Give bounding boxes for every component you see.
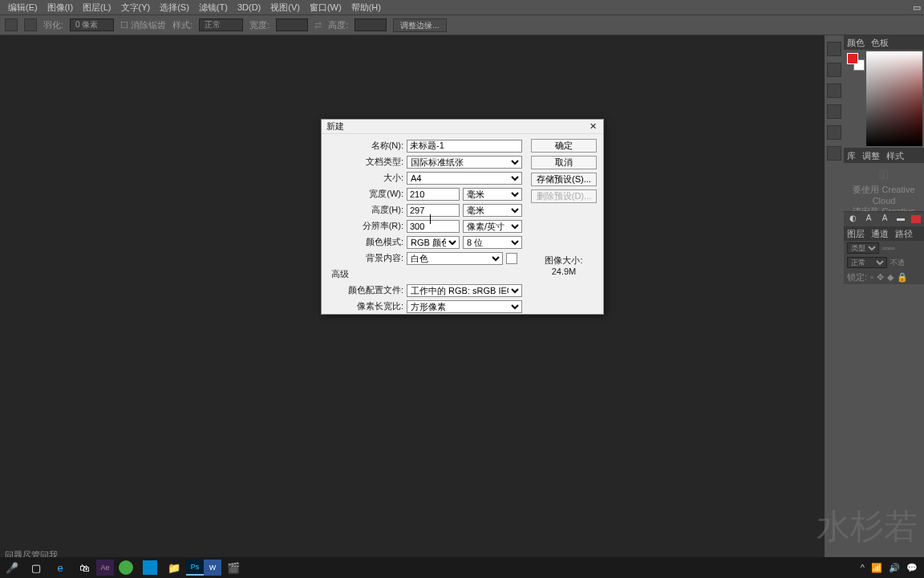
- app-icon-2[interactable]: [138, 557, 162, 578]
- tab-channels[interactable]: 通道: [871, 228, 889, 240]
- adj-icon-2[interactable]: A: [863, 214, 874, 225]
- ae-icon[interactable]: Ae: [96, 560, 114, 576]
- menu-layer[interactable]: 图层(L): [78, 0, 116, 15]
- resolution-input[interactable]: [407, 220, 460, 233]
- tab-adjustments[interactable]: 调整: [862, 150, 880, 162]
- dialog-title: 新建: [326, 120, 344, 132]
- width-input[interactable]: [407, 188, 460, 201]
- save-preset-button[interactable]: 存储预设(S)...: [531, 173, 597, 186]
- dock-strip: [825, 35, 844, 559]
- word-icon[interactable]: W: [204, 560, 221, 576]
- colormode-select[interactable]: RGB 颜色: [407, 236, 460, 249]
- edge-icon[interactable]: e: [48, 557, 72, 578]
- layer-kind-select[interactable]: 类型: [847, 242, 879, 254]
- height-input[interactable]: [407, 204, 460, 217]
- height-unit-select[interactable]: 毫米: [463, 204, 522, 217]
- menu-window[interactable]: 窗口(W): [305, 0, 346, 15]
- properties-icon[interactable]: [827, 63, 841, 77]
- adjustment-icons: ◐ A A ▬: [844, 212, 924, 226]
- menu-text[interactable]: 文字(Y): [116, 0, 156, 15]
- cancel-button[interactable]: 取消: [531, 156, 597, 169]
- tab-swatches[interactable]: 色板: [871, 37, 889, 49]
- right-panel-dock: 颜色 色板 库 调整 样式 ☁⃠ 要使用 Creative Cloud 请安装 …: [825, 35, 924, 559]
- antialias-checkbox[interactable]: ☐ 消除锯齿: [120, 19, 166, 31]
- menu-select[interactable]: 选择(S): [155, 0, 194, 15]
- layer-filter-row: 类型 ▫▫▫▫: [844, 241, 924, 255]
- width-unit-select[interactable]: 毫米: [463, 188, 522, 201]
- adj-icon-5[interactable]: [911, 215, 921, 223]
- adj-icon-4[interactable]: ▬: [895, 214, 906, 225]
- lock-label: 锁定:: [847, 271, 867, 283]
- style-select[interactable]: [199, 18, 243, 31]
- advanced-header[interactable]: 高级: [328, 268, 526, 280]
- menu-help[interactable]: 帮助(H): [346, 0, 386, 15]
- paragraph-icon[interactable]: [827, 104, 841, 119]
- app-icon-1[interactable]: [114, 557, 138, 578]
- notifications-icon[interactable]: 💬: [906, 563, 918, 573]
- size-select[interactable]: A4: [407, 172, 522, 185]
- opacity-label: 不透: [890, 258, 905, 268]
- resolution-unit-select[interactable]: 像素/英寸: [463, 220, 522, 233]
- tab-styles[interactable]: 样式: [886, 150, 904, 162]
- cortana-icon[interactable]: 🎤: [0, 557, 24, 578]
- tool-icon[interactable]: [5, 18, 18, 31]
- taskview-icon[interactable]: ▢: [24, 557, 48, 578]
- profile-select[interactable]: 工作中的 RGB: sRGB IEC619...: [407, 284, 522, 297]
- cloud-icon: ☁⃠: [845, 168, 922, 182]
- bg-color-swatch[interactable]: [506, 253, 517, 264]
- lock-pixel-icon[interactable]: ◆: [887, 272, 894, 283]
- lock-icon[interactable]: ▫: [870, 272, 873, 282]
- adj-icon-3[interactable]: A: [879, 214, 890, 225]
- color-picker-field[interactable]: [866, 51, 922, 146]
- dialog-titlebar: 新建 ✕: [322, 120, 603, 134]
- menu-filter[interactable]: 滤镜(T): [194, 0, 233, 15]
- height-label: 高度:: [328, 19, 348, 31]
- width-label: 宽度:: [249, 19, 270, 31]
- size-label: 大小:: [328, 172, 407, 184]
- tray-up-icon[interactable]: ^: [861, 563, 865, 572]
- ok-button[interactable]: 确定: [531, 139, 597, 153]
- cc-text-1: 要使用 Creative Cloud: [845, 184, 922, 206]
- width-input[interactable]: [276, 18, 308, 31]
- menu-3d[interactable]: 3D(D): [233, 1, 265, 14]
- tab-library[interactable]: 库: [847, 150, 856, 162]
- color-swatch[interactable]: [847, 53, 865, 71]
- profile-label: 颜色配置文件:: [328, 284, 407, 296]
- feather-input[interactable]: [70, 18, 114, 31]
- style-label: 样式:: [172, 19, 192, 31]
- blend-mode-select[interactable]: 正常: [847, 257, 887, 268]
- volume-icon[interactable]: 🔊: [889, 563, 900, 573]
- close-icon[interactable]: ✕: [587, 121, 598, 132]
- store-icon[interactable]: 🛍: [72, 557, 96, 578]
- wifi-icon[interactable]: 📶: [871, 563, 882, 573]
- character-icon[interactable]: [827, 83, 841, 98]
- brush-icon[interactable]: [827, 125, 841, 140]
- height-input[interactable]: [355, 18, 387, 31]
- taskbar: 🎤 ▢ e 🛍 Ae 📁 Ps W 🎬 ^ 📶 🔊 💬: [0, 557, 924, 578]
- lock-all-icon[interactable]: 🔒: [897, 272, 908, 283]
- colorbits-select[interactable]: 8 位: [463, 236, 522, 249]
- tab-paths[interactable]: 路径: [895, 228, 913, 240]
- menu-view[interactable]: 视图(V): [265, 0, 305, 15]
- clone-icon[interactable]: [827, 146, 841, 161]
- history-icon[interactable]: [827, 42, 841, 56]
- tab-color[interactable]: 颜色: [847, 37, 865, 49]
- menu-edit[interactable]: 编辑(E): [3, 0, 43, 15]
- selection-mode-icon[interactable]: [24, 18, 37, 31]
- aspect-select[interactable]: 方形像素: [407, 300, 522, 313]
- background-select[interactable]: 白色: [407, 252, 503, 265]
- menu-image[interactable]: 图像(I): [43, 0, 78, 15]
- doctype-select[interactable]: 国际标准纸张: [407, 156, 522, 169]
- foreground-color[interactable]: [847, 53, 858, 64]
- window-control-icon[interactable]: ▭: [910, 0, 924, 14]
- new-document-dialog: 新建 ✕ 名称(N): 文档类型: 国际标准纸张 大小: A4 宽度(W): 毫…: [321, 119, 604, 315]
- refine-edge-button[interactable]: 调整边缘...: [393, 18, 446, 32]
- adj-icon-1[interactable]: ◐: [847, 214, 858, 225]
- tab-layers[interactable]: 图层: [847, 228, 865, 240]
- image-size-value: 24.9M: [531, 267, 597, 276]
- lock-move-icon[interactable]: ✥: [877, 272, 884, 283]
- app-icon-3[interactable]: 🎬: [221, 557, 245, 578]
- name-input[interactable]: [407, 140, 522, 153]
- explorer-icon[interactable]: 📁: [162, 557, 186, 578]
- photoshop-icon[interactable]: Ps: [186, 560, 204, 576]
